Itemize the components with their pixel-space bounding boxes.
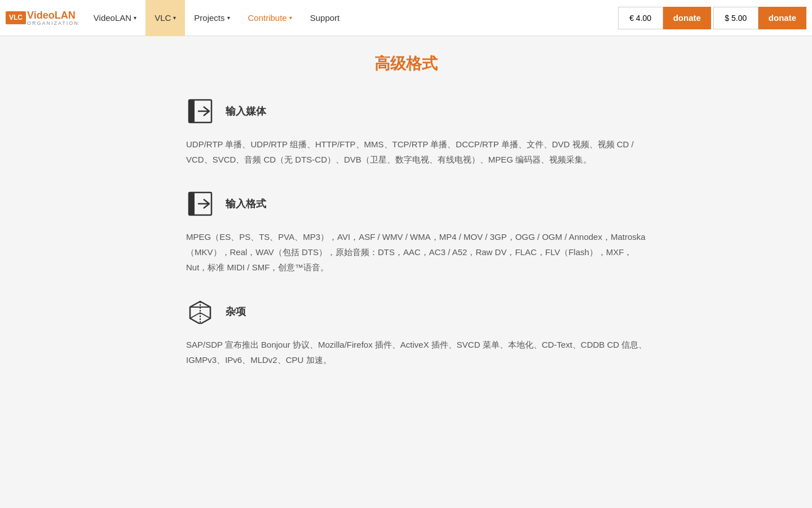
logo-videolan-text: VideoLAN <box>27 10 79 20</box>
nav-item-videolan[interactable]: VideoLAN ▾ <box>85 0 145 36</box>
section-misc: 杂项 SAP/SDP 宣布推出 Bonjour 协议、Mozilla/Firef… <box>164 297 648 367</box>
nav-item-projects[interactable]: Projects ▾ <box>185 0 239 36</box>
svg-line-9 <box>190 313 200 318</box>
nav-item-support[interactable]: Support <box>301 0 349 36</box>
section-header: 杂项 <box>186 297 648 326</box>
input-formats-icon <box>186 190 214 218</box>
section-title-input-media: 输入媒体 <box>226 104 266 118</box>
misc-icon <box>186 297 214 326</box>
input-media-icon <box>186 97 214 125</box>
nav-item-contribute[interactable]: Contribute ▾ <box>239 0 301 36</box>
main-content: 高级格式 输入媒体 UDP/RTP 单播、UDP/RTP 组播、HTTP/FTP… <box>152 36 660 424</box>
section-title-input-formats: 输入格式 <box>226 197 266 211</box>
section-input-formats: 输入格式 MPEG（ES、PS、TS、PVA、MP3），AVI，ASF / WM… <box>164 190 648 275</box>
logo-icon: VLC <box>6 11 26 24</box>
svg-rect-4 <box>189 192 195 215</box>
section-input-media: 输入媒体 UDP/RTP 单播、UDP/RTP 组播、HTTP/FTP、MMS、… <box>164 97 648 167</box>
nav-item-vlc[interactable]: VLC ▾ <box>145 0 185 36</box>
section-title-misc: 杂项 <box>226 305 246 318</box>
donate-button-2[interactable]: donate <box>758 7 806 29</box>
caret-icon: ▾ <box>227 15 230 21</box>
page-title: 高级格式 <box>164 53 648 75</box>
svg-line-10 <box>200 313 210 318</box>
site-logo[interactable]: VLC VideoLAN ORGANIZATION <box>6 10 79 26</box>
donation-area: donate donate <box>618 7 806 29</box>
donate-button-1[interactable]: donate <box>663 7 711 29</box>
section-body-misc: SAP/SDP 宣布推出 Bonjour 协议、Mozilla/Firefox … <box>186 337 648 367</box>
nav-items: VideoLAN ▾ VLC ▾ Projects ▾ Contribute ▾… <box>85 0 618 36</box>
section-body-input-media: UDP/RTP 单播、UDP/RTP 组播、HTTP/FTP、MMS、TCP/R… <box>186 137 648 167</box>
caret-icon: ▾ <box>173 15 176 21</box>
donate-amount-1-input[interactable] <box>618 7 663 29</box>
logo-org-text: ORGANIZATION <box>27 20 79 26</box>
svg-rect-1 <box>189 100 195 122</box>
section-header: 输入媒体 <box>186 97 648 125</box>
donate-amount-2-input[interactable] <box>713 7 758 29</box>
caret-icon: ▾ <box>134 15 136 21</box>
navbar: VLC VideoLAN ORGANIZATION VideoLAN ▾ VLC… <box>0 0 812 36</box>
section-header: 输入格式 <box>186 190 648 218</box>
section-body-input-formats: MPEG（ES、PS、TS、PVA、MP3），AVI，ASF / WMV / W… <box>186 229 648 275</box>
caret-icon: ▾ <box>289 15 292 21</box>
